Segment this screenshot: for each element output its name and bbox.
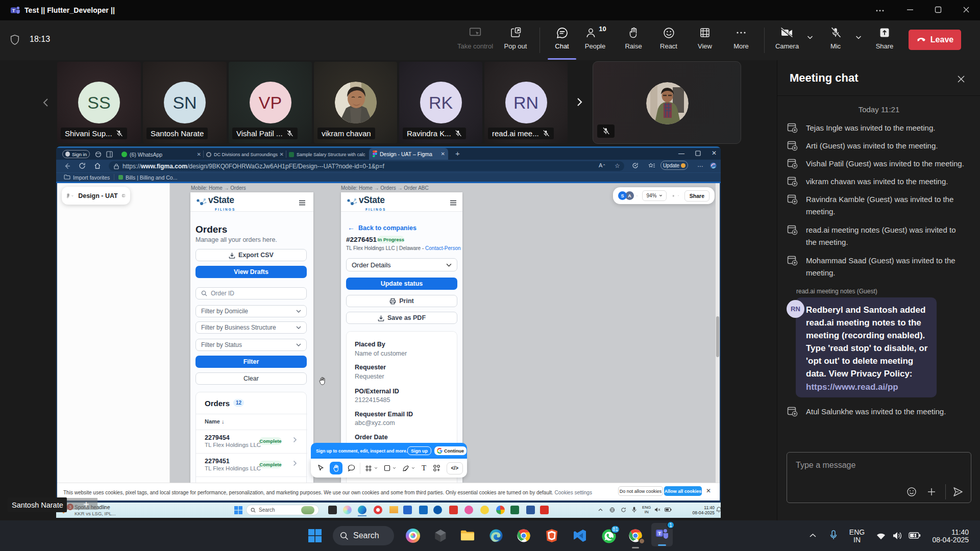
svg-text:T: T — [658, 531, 661, 536]
svg-text:T: T — [12, 8, 15, 13]
